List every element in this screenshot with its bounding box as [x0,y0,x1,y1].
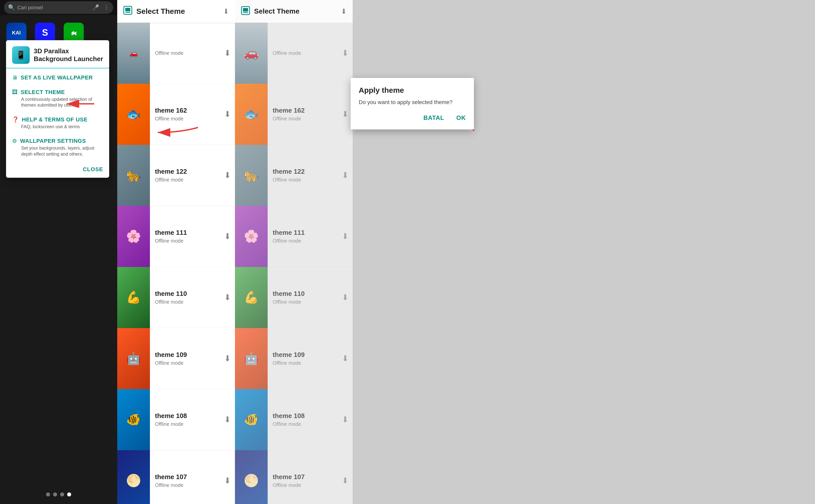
theme-name-109: theme 109 [155,351,215,359]
set-wallpaper-item[interactable]: 🖥 SET AS LIVE WALLPAPER [6,70,109,85]
right-theme-name-109: theme 109 [273,351,332,359]
svg-rect-7 [243,8,248,12]
theme-name-122: theme 122 [155,168,215,175]
theme-name-107: theme 107 [155,473,215,481]
dot-1 [46,492,50,496]
right-theme-status-111: Offline mode [273,238,332,244]
theme-thumb-109: 🤖 [117,328,150,389]
download-button-108[interactable]: ⬇ [220,412,235,427]
mic-icon[interactable]: 🎤 [92,4,99,11]
right-theme-item-107: 🌕 theme 107 Offline mode ⬇ [235,450,353,504]
theme-item-top[interactable]: 🚗 Offline mode ⬇ [117,23,235,84]
middle-panel: Select Theme ⬇ 🚗 Offline mode ⬇ 🐟 theme … [117,0,235,504]
theme-thumb-162: 🐟 [117,84,150,145]
download-button-162[interactable]: ⬇ [220,107,235,122]
download-button-109[interactable]: ⬇ [220,351,235,366]
theme-thumb-110: 💪 [117,267,150,328]
settings-desc: Set your backgrounds, layers, adjust dep… [12,145,103,157]
settings-label: WALLPAPER SETTINGS [20,138,86,144]
select-theme-item[interactable]: 🖼 SELECT THEME A continuously updated se… [6,85,109,112]
status-bar: 🔍 Cari ponsel 🎤 ⋮ [0,0,117,15]
theme-name-111: theme 111 [155,229,215,237]
right-theme-item-111: 🌸 theme 111 Offline mode ⬇ [235,206,353,267]
theme-item-122[interactable]: 🐆 theme 122 Offline mode ⬇ [117,145,235,206]
help-label: HELP & TERMS OF USE [22,116,88,123]
right-theme-header-title: Select Theme [254,7,299,15]
theme-thumb-122: 🐆 [117,145,150,206]
help-item[interactable]: ❓ HELP & TERMS OF USE FAQ, lockscreen us… [6,112,109,134]
search-bar[interactable]: 🔍 Cari ponsel 🎤 ⋮ [4,1,113,14]
select-theme-desc: A continuously updated selection of them… [12,97,103,108]
right-theme-status-109: Offline mode [273,360,332,366]
download-button-110[interactable]: ⬇ [220,290,235,305]
right-theme-info-122: theme 122 Offline mode [268,168,337,183]
set-wallpaper-label: SET AS LIVE WALLPAPER [21,74,93,81]
right-download-top[interactable]: ⬇ [337,45,353,61]
svg-rect-3 [125,8,130,11]
theme-status-108: Offline mode [155,421,215,427]
right-theme-thumb-top: 🚗 [235,23,268,84]
theme-status-top: Offline mode [155,50,215,56]
theme-status-107: Offline mode [155,482,215,488]
theme-list: 🚗 Offline mode ⬇ 🐟 theme 162 Offline mod… [117,23,235,504]
dialog-app-icon: 📱 [12,46,30,64]
download-button-107[interactable]: ⬇ [220,473,235,488]
apply-dialog-title: Apply theme [359,86,466,95]
theme-status-162: Offline mode [155,116,215,122]
theme-header-icon [123,6,132,17]
right-theme-info-107: theme 107 Offline mode [268,473,337,488]
dialog-footer: CLOSE [6,163,109,178]
theme-status-111: Offline mode [155,238,215,244]
theme-info-109: theme 109 Offline mode [150,351,220,366]
right-theme-status-top: Offline mode [273,50,332,56]
right-download-110[interactable]: ⬇ [337,290,353,305]
dot-3 [60,492,64,496]
dot-4 [67,492,71,496]
batal-button[interactable]: BATAL [424,114,444,121]
theme-item-111[interactable]: 🌸 theme 111 Offline mode ⬇ [117,206,235,267]
theme-item-107[interactable]: 🌕 theme 107 Offline mode ⬇ [117,450,235,504]
close-button[interactable]: CLOSE [83,166,103,173]
right-download-107[interactable]: ⬇ [337,473,353,488]
right-theme-item-122: 🐆 theme 122 Offline mode ⬇ [235,145,353,206]
theme-item-109[interactable]: 🤖 theme 109 Offline mode ⬇ [117,328,235,389]
settings-icon: ⚙ [12,138,17,144]
download-button-top[interactable]: ⬇ [220,45,235,61]
right-theme-item-110: 💪 theme 110 Offline mode ⬇ [235,267,353,328]
dot-2 [53,492,57,496]
right-download-109[interactable]: ⬇ [337,351,353,366]
ok-button[interactable]: OK [456,114,466,121]
download-button-111[interactable]: ⬇ [220,229,235,244]
right-theme-info-109: theme 109 Offline mode [268,351,337,366]
theme-name-108: theme 108 [155,412,215,420]
right-download-122[interactable]: ⬇ [337,168,353,183]
page-indicators [0,492,117,496]
right-theme-info-110: theme 110 Offline mode [268,290,337,305]
theme-item-108[interactable]: 🐠 theme 108 Offline mode ⬇ [117,389,235,450]
right-theme-thumb-111: 🌸 [235,206,268,267]
more-icon[interactable]: ⋮ [104,4,109,11]
kai-icon: KAI [6,23,26,43]
theme-thumb-108: 🐠 [117,389,150,450]
right-download-111[interactable]: ⬇ [337,229,353,244]
right-theme-thumb-108: 🐠 [235,389,268,450]
theme-info-162: theme 162 Offline mode [150,107,220,122]
settings-item[interactable]: ⚙ WALLPAPER SETTINGS Set your background… [6,134,109,161]
gojek-icon: 🏍 [64,23,84,43]
theme-item-162[interactable]: 🐟 theme 162 Offline mode ⬇ [117,84,235,145]
theme-name-110: theme 110 [155,290,215,298]
dialog-header: 📱 3D Parallax Background Launcher [6,40,109,68]
apply-dialog-buttons: BATAL OK [359,114,466,121]
right-download-108[interactable]: ⬇ [337,412,353,427]
theme-info-122: theme 122 Offline mode [150,168,220,183]
wallpaper-icon: 🖥 [12,74,18,81]
theme-thumb-111: 🌸 [117,206,150,267]
theme-thumb-107: 🌕 [117,450,150,504]
help-icon: ❓ [12,116,19,123]
theme-item-110[interactable]: 💪 theme 110 Offline mode ⬇ [117,267,235,328]
theme-thumb-top: 🚗 [117,23,150,84]
download-button-122[interactable]: ⬇ [220,168,235,183]
right-download-162[interactable]: ⬇ [337,107,353,122]
right-theme-status-108: Offline mode [273,421,332,427]
right-theme-thumb-162: 🐟 [235,84,268,145]
